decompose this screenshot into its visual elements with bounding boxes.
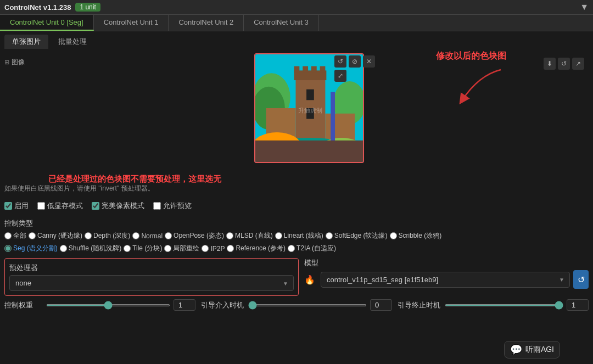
app-title: ControlNet v1.1.238 (4, 3, 71, 12)
radio-reference[interactable]: Reference (参考) (227, 244, 286, 253)
allowpreview-checkbox[interactable]: 允许预览 (153, 201, 192, 211)
image-label: ⊞ 图像 (4, 58, 25, 67)
top-bar: ControlNet v1.1.238 1 unit ▼ (0, 0, 593, 15)
download-btn[interactable]: ⬇ (544, 58, 556, 70)
annotation-arrow-text: 修改以后的色块图 (436, 51, 506, 62)
options-row: 启用 低显存模式 完美像素模式 允许预览 (4, 199, 589, 213)
model-label: 模型 (304, 258, 589, 268)
model-refresh-btn[interactable]: ↺ (573, 270, 589, 289)
preprocessor-select-wrapper: none seg_ofade20k seg_ofcoco seg_ufade20… (9, 275, 294, 291)
unit-badge: 1 unit (75, 3, 100, 12)
tab-unit2[interactable]: ControlNet Unit 2 (169, 15, 244, 31)
refresh-image-btn[interactable]: ↺ (334, 55, 346, 68)
preprocessor-label: 预处理器 (9, 263, 294, 273)
expand-image-btn[interactable]: ⤢ (334, 70, 346, 82)
perfect-checkbox[interactable]: 完美像素模式 (92, 201, 144, 211)
end-slider[interactable] (445, 304, 563, 306)
radio-openpose[interactable]: OpenPose (姿态) (165, 231, 224, 240)
arrow-svg (446, 64, 512, 108)
reset-image-btn[interactable]: ⊘ (349, 55, 361, 68)
start-slider[interactable] (248, 304, 367, 306)
weight-value[interactable] (174, 299, 195, 311)
svg-rect-18 (255, 141, 363, 162)
preprocessor-section: 预处理器 none seg_ofade20k seg_ofcoco seg_uf… (4, 258, 299, 296)
radio-mlsd[interactable]: MLSD (直线) (226, 231, 273, 240)
allowpreview-input[interactable] (153, 202, 161, 210)
svg-rect-17 (331, 92, 335, 146)
subtab-single[interactable]: 单张图片 (4, 35, 48, 49)
svg-rect-6 (294, 66, 299, 73)
weight-slider[interactable] (46, 304, 170, 306)
radio-all[interactable]: 全部 (4, 231, 26, 240)
radio-depth[interactable]: Depth (深度) (85, 231, 130, 240)
svg-rect-9 (320, 66, 325, 73)
wechat-icon: 💬 (510, 344, 522, 356)
sub-tab-bar: 单张图片 批量处理 (0, 31, 593, 49)
lowvram-input[interactable] (37, 202, 45, 210)
enable-input[interactable] (4, 202, 12, 210)
radio-tile[interactable]: Tile (分块) (124, 244, 162, 253)
annotation-main-text: 已经是处理过的色块图不需要预处理，这里选无 (48, 174, 221, 184)
radio-t2ia[interactable]: T2IA (自适应) (288, 244, 336, 253)
model-section: 模型 🔥 control_v11p_sd15_seg [e1f51eb9] ↺ (304, 258, 589, 296)
start-label: 引导介入时机 (201, 300, 245, 310)
preprocessor-model-row: 预处理器 none seg_ofade20k seg_ofcoco seg_uf… (4, 258, 589, 296)
end-value[interactable] (567, 299, 589, 311)
control-type-row: 全部 Canny (硬边缘) Depth (深度) Normal OpenPos… (4, 229, 589, 242)
radio-normal[interactable]: Normal (132, 231, 163, 240)
radio-seg[interactable]: Seg (语义分割) (4, 244, 58, 253)
weight-slider-group: 控制权重 (4, 299, 195, 311)
sliders-row: 控制权重 引导介入时机 引导终止时机 (4, 299, 589, 311)
collapse-arrow[interactable]: ▼ (580, 2, 589, 12)
image-icon: ⊞ (4, 59, 9, 66)
upload-btn[interactable]: ↺ (558, 58, 570, 70)
control-type-section: 控制类型 全部 Canny (硬边缘) Depth (深度) Normal Op… (4, 216, 589, 255)
tab-unit1[interactable]: ControlNet Unit 1 (94, 15, 169, 31)
right-action-btns: ⬇ ↺ ↗ (544, 58, 584, 70)
lowvram-checkbox[interactable]: 低显存模式 (37, 201, 83, 211)
end-label: 引导终止时机 (398, 300, 441, 310)
control-type-label: 控制类型 (4, 216, 589, 229)
start-slider-group: 引导介入时机 (201, 299, 392, 311)
tab-bar: ControlNet Unit 0 [Seg] ControlNet Unit … (0, 15, 593, 31)
radio-canny[interactable]: Canny (硬边缘) (29, 231, 82, 240)
radio-scribble[interactable]: Scribble (涂鸦) (390, 231, 442, 240)
radio-inpaint[interactable]: 局部重绘 (164, 244, 199, 253)
wechat-badge: 💬 听雨AGI (504, 341, 560, 359)
weight-label: 控制权重 (4, 300, 43, 310)
tab-unit0[interactable]: ControlNet Unit 0 [Seg] (0, 15, 94, 31)
radio-shuffle[interactable]: Shuffle (随机洗牌) (60, 244, 121, 253)
perfect-input[interactable] (92, 202, 99, 210)
model-select-wrapper: control_v11p_sd15_seg [e1f51eb9] (321, 272, 570, 288)
subtab-batch[interactable]: 批量处理 (51, 35, 94, 49)
model-select[interactable]: control_v11p_sd15_seg [e1f51eb9] (321, 272, 570, 288)
fire-icon: 🔥 (304, 275, 315, 285)
tab-unit3[interactable]: ControlNet Unit 3 (244, 15, 319, 31)
radio-ip2p[interactable]: IP2P (202, 244, 225, 253)
svg-text:升触虎制: 升触虎制 (298, 107, 322, 114)
main-content: ⊞ 图像 (0, 49, 593, 315)
annotation-arrow-area: 修改以后的色块图 (436, 51, 506, 62)
extra-btn[interactable]: ↗ (572, 58, 584, 70)
start-value[interactable] (370, 299, 392, 311)
preprocessor-select[interactable]: none seg_ofade20k seg_ofcoco seg_ufade20… (9, 275, 294, 291)
model-row: 🔥 control_v11p_sd15_seg [e1f51eb9] ↺ (304, 270, 589, 289)
radio-softedge[interactable]: SoftEdge (软边缘) (326, 231, 388, 240)
svg-rect-7 (303, 66, 308, 73)
wechat-text: 听雨AGI (525, 345, 554, 355)
svg-rect-8 (311, 66, 316, 73)
svg-rect-10 (306, 89, 314, 100)
enable-checkbox[interactable]: 启用 (4, 201, 29, 211)
close-image-btn[interactable]: ✕ (363, 55, 375, 68)
control-type-row2: Seg (语义分割) Shuffle (随机洗牌) Tile (分块) 局部重绘… (4, 242, 589, 255)
end-slider-group: 引导终止时机 (398, 299, 589, 311)
image-controls: ↺ ⊘ ✕ ⤢ (334, 55, 375, 82)
radio-lineart[interactable]: Lineart (线稿) (275, 231, 323, 240)
